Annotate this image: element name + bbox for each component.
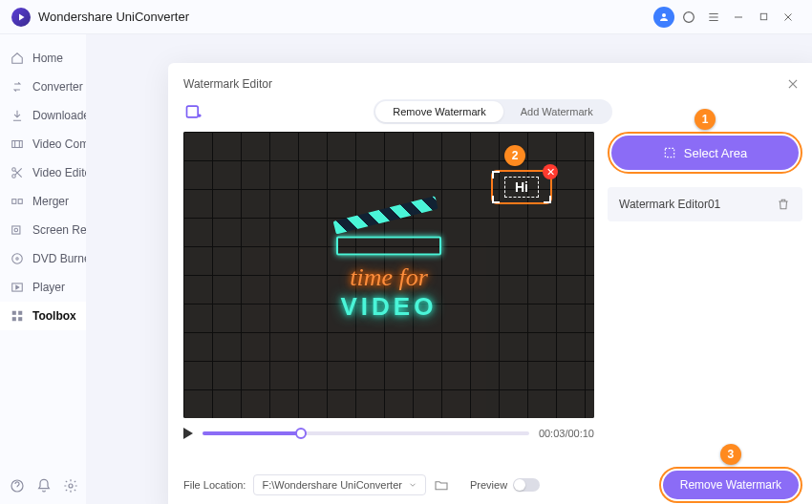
player-bar: 00:03/00:10 bbox=[183, 428, 594, 439]
select-area-label: Select Area bbox=[684, 146, 748, 160]
app-title: Wondershare UniConverter bbox=[38, 10, 189, 24]
svg-point-5 bbox=[12, 175, 16, 178]
nav-label: DVD Burner bbox=[32, 252, 86, 265]
toolbox-icon bbox=[10, 308, 25, 324]
app-logo bbox=[11, 8, 31, 27]
scissors-icon bbox=[10, 165, 25, 180]
video-neon-sign: time for VIDEO bbox=[336, 229, 441, 322]
add-file-icon[interactable] bbox=[183, 101, 204, 122]
open-folder-icon[interactable] bbox=[434, 477, 449, 493]
download-icon bbox=[10, 108, 25, 123]
select-area-button[interactable]: Select Area bbox=[611, 136, 799, 170]
converter-icon bbox=[10, 79, 25, 94]
nav-label: Player bbox=[32, 281, 65, 294]
nav-label: Downloader bbox=[32, 109, 86, 122]
svg-point-1 bbox=[684, 11, 694, 22]
watermark-selection[interactable]: Hi ✕ bbox=[491, 170, 552, 204]
svg-rect-15 bbox=[12, 317, 16, 321]
nav-label: Merger bbox=[32, 195, 69, 208]
svg-rect-2 bbox=[760, 13, 766, 19]
remove-watermark-button[interactable]: Remove Watermark bbox=[663, 471, 799, 499]
preview-label: Preview bbox=[470, 479, 507, 491]
step-badge-3: 3 bbox=[720, 444, 741, 465]
nav-merger[interactable]: Merger bbox=[0, 187, 86, 216]
delete-selection-icon[interactable]: ✕ bbox=[543, 164, 558, 179]
svg-point-11 bbox=[16, 258, 18, 260]
nav-home[interactable]: Home bbox=[0, 44, 86, 73]
svg-rect-13 bbox=[12, 311, 16, 315]
svg-point-0 bbox=[662, 13, 666, 17]
nav-label: Home bbox=[32, 52, 63, 65]
nav-toolbox[interactable]: Toolbox bbox=[0, 302, 86, 330]
svg-rect-6 bbox=[12, 200, 16, 204]
svg-rect-7 bbox=[18, 200, 22, 204]
tab-group: Remove Watermark Add Watermark bbox=[374, 99, 611, 124]
merger-icon bbox=[10, 194, 25, 209]
bell-icon[interactable] bbox=[36, 477, 52, 494]
tab-add-watermark[interactable]: Add Watermark bbox=[503, 101, 610, 122]
chevron-down-icon bbox=[408, 480, 417, 490]
window-minimize[interactable] bbox=[726, 5, 751, 30]
nav-label: Video Compressor bbox=[32, 137, 86, 151]
titlebar: Wondershare UniConverter bbox=[0, 0, 812, 34]
area-item-label: Watermark Editor01 bbox=[619, 198, 720, 211]
svg-rect-3 bbox=[12, 141, 23, 148]
nav-player[interactable]: Player bbox=[0, 273, 86, 302]
svg-point-18 bbox=[69, 484, 73, 488]
help-icon[interactable] bbox=[10, 477, 25, 494]
window-maximize[interactable] bbox=[751, 5, 776, 30]
trash-icon[interactable] bbox=[776, 197, 791, 212]
svg-rect-19 bbox=[187, 106, 199, 117]
time-display: 00:03/00:10 bbox=[539, 428, 594, 439]
home-icon bbox=[10, 51, 25, 66]
select-area-highlight: 1 Select Area bbox=[608, 132, 802, 174]
remove-button-highlight: 3 Remove Watermark bbox=[659, 467, 802, 503]
file-location-select[interactable]: F:\Wondershare UniConverter bbox=[253, 474, 426, 495]
file-location-label: File Location: bbox=[183, 479, 246, 491]
support-icon[interactable] bbox=[676, 5, 701, 30]
video-preview[interactable]: time for VIDEO 2 Hi ✕ bbox=[183, 132, 594, 418]
nav-downloader[interactable]: Downloader bbox=[0, 101, 86, 130]
neon-line1: time for bbox=[336, 263, 441, 292]
svg-point-10 bbox=[12, 254, 23, 264]
preview-toggle[interactable] bbox=[513, 478, 540, 492]
nav-recorder[interactable]: Screen Recorder bbox=[0, 216, 86, 244]
watermark-text: Hi bbox=[504, 177, 539, 198]
svg-rect-14 bbox=[18, 311, 22, 315]
step-badge-1: 1 bbox=[694, 109, 716, 130]
svg-point-9 bbox=[14, 228, 18, 232]
svg-rect-8 bbox=[12, 226, 20, 234]
window-close[interactable] bbox=[776, 5, 801, 30]
watermark-editor-modal: Watermark Editor Remove Watermark Add Wa… bbox=[168, 63, 812, 504]
seek-slider[interactable] bbox=[203, 431, 529, 435]
disc-icon bbox=[10, 251, 25, 266]
tab-remove-watermark[interactable]: Remove Watermark bbox=[375, 101, 502, 122]
nav-editor[interactable]: Video Editor bbox=[0, 158, 86, 187]
nav-dvd[interactable]: DVD Burner bbox=[0, 244, 86, 273]
modal-title: Watermark Editor bbox=[183, 77, 272, 91]
select-icon bbox=[663, 146, 676, 159]
svg-rect-16 bbox=[18, 317, 22, 321]
close-icon[interactable] bbox=[783, 74, 802, 94]
step-badge-2: 2 bbox=[504, 145, 525, 166]
file-location-value: F:\Wondershare UniConverter bbox=[262, 479, 402, 491]
area-list-item[interactable]: Watermark Editor01 bbox=[608, 187, 802, 221]
neon-line2: VIDEO bbox=[336, 292, 441, 322]
svg-rect-20 bbox=[665, 148, 673, 157]
nav-label: Screen Recorder bbox=[32, 223, 86, 237]
sidebar: Home Converter Downloader Video Compress… bbox=[0, 34, 86, 504]
nav-label: Toolbox bbox=[32, 309, 76, 323]
nav-label: Video Editor bbox=[32, 166, 86, 179]
nav-label: Converter bbox=[32, 80, 83, 94]
nav-converter[interactable]: Converter bbox=[0, 73, 86, 101]
svg-point-4 bbox=[12, 168, 16, 172]
menu-icon[interactable] bbox=[701, 5, 726, 30]
play-button[interactable] bbox=[183, 428, 193, 439]
play-icon bbox=[10, 280, 25, 295]
compressor-icon bbox=[10, 136, 25, 152]
nav-compressor[interactable]: Video Compressor bbox=[0, 130, 86, 158]
recorder-icon bbox=[10, 222, 25, 238]
gear-icon[interactable] bbox=[63, 477, 78, 494]
account-avatar[interactable] bbox=[652, 5, 676, 30]
